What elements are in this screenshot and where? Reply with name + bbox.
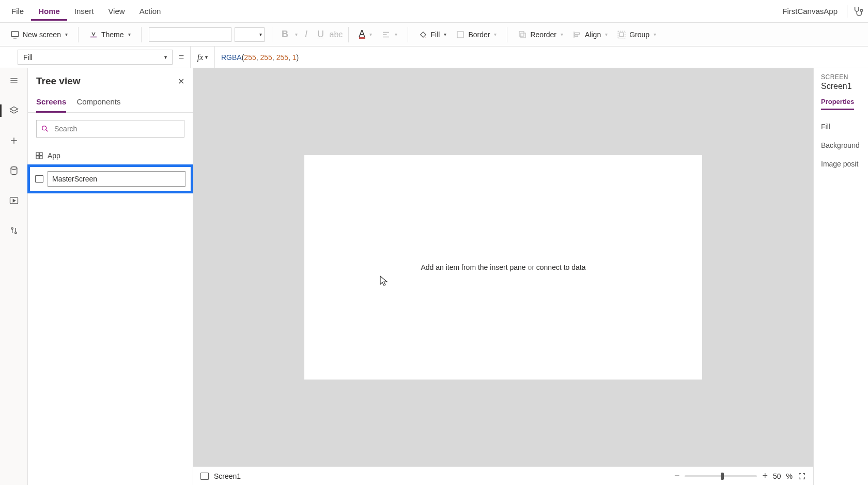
property-select[interactable]: Fill ▾: [18, 50, 173, 65]
svg-rect-14: [36, 153, 39, 155]
formula-fn: RGBA: [221, 53, 242, 62]
reorder-icon: [518, 30, 527, 39]
svg-rect-15: [40, 153, 42, 155]
close-icon[interactable]: ✕: [178, 77, 184, 86]
rail-advanced[interactable]: [4, 222, 24, 239]
rail-insert[interactable]: [4, 132, 24, 149]
canvas-hint-insert-link[interactable]: Add an item from the insert pane: [421, 263, 525, 271]
zoom-thumb[interactable]: [721, 473, 724, 480]
svg-point-11: [11, 228, 13, 229]
underline-button[interactable]: U: [315, 29, 327, 40]
menu-view[interactable]: View: [101, 2, 132, 21]
menu-bar: File Home Insert View Action FirstCanvas…: [0, 0, 868, 23]
divider: [847, 5, 847, 18]
align-icon: [572, 30, 582, 39]
tree-node-screen-selected[interactable]: [27, 164, 193, 193]
svg-point-13: [42, 126, 47, 130]
property-select-value: Fill: [23, 53, 33, 62]
menu-file[interactable]: File: [4, 2, 31, 21]
canvas-area: Add an item from the insert pane or conn…: [193, 68, 813, 485]
bold-button[interactable]: B: [280, 29, 291, 40]
formula-arg: 255: [276, 53, 288, 62]
chevron-down-icon: ▾: [654, 32, 656, 37]
rail-hamburger[interactable]: [4, 72, 24, 89]
font-family-select[interactable]: [149, 27, 231, 42]
new-screen-label: New screen: [23, 31, 61, 39]
formula-input[interactable]: RGBA(255, 255, 255, 1): [215, 47, 868, 68]
svg-rect-5: [575, 33, 580, 34]
chevron-down-icon: ▾: [205, 54, 208, 60]
tab-screens[interactable]: Screens: [36, 94, 66, 113]
zoom-in-button[interactable]: +: [762, 471, 768, 481]
chevron-down-icon: ▾: [164, 54, 167, 60]
properties-object-name: Screen1: [821, 82, 864, 91]
border-label: Border: [468, 31, 490, 39]
italic-button[interactable]: I: [301, 29, 312, 40]
chevron-down-icon: ▾: [259, 32, 262, 37]
rail-media[interactable]: [4, 192, 24, 209]
hamburger-icon: [9, 75, 19, 86]
property-row[interactable]: Fill: [821, 117, 864, 136]
chevron-down-icon: ▾: [561, 32, 563, 37]
border-button[interactable]: Border ▾: [453, 28, 500, 41]
zoom-slider[interactable]: [685, 475, 757, 477]
property-row[interactable]: Background: [821, 136, 864, 155]
svg-rect-7: [618, 31, 625, 38]
formula-arg: 1: [292, 53, 297, 62]
align-button[interactable]: Align ▾: [569, 28, 611, 41]
fill-button[interactable]: Fill ▾: [415, 28, 450, 41]
reorder-button[interactable]: Reorder ▾: [515, 28, 566, 41]
align-label: Align: [585, 31, 601, 39]
group-label: Group: [629, 31, 649, 39]
chevron-down-icon: ▾: [605, 32, 608, 37]
tree-node-app[interactable]: App: [28, 147, 193, 164]
strikethrough-button[interactable]: abc: [330, 30, 341, 39]
svg-rect-4: [521, 33, 525, 38]
svg-point-12: [14, 232, 16, 234]
properties-tab[interactable]: Properties: [821, 98, 854, 110]
zoom-out-button[interactable]: −: [674, 471, 680, 481]
search-icon: [41, 125, 49, 133]
property-row[interactable]: Image posit: [821, 155, 864, 173]
menu-insert[interactable]: Insert: [67, 2, 101, 21]
svg-rect-6: [575, 35, 578, 36]
tree-view-panel: Tree view ✕ Screens Components App: [28, 68, 193, 485]
fx-button[interactable]: fx ▾: [190, 47, 215, 68]
chevron-down-icon: ▾: [395, 32, 397, 37]
screen-canvas[interactable]: Add an item from the insert pane or conn…: [304, 155, 702, 380]
plus-icon: [9, 135, 19, 146]
screen-icon: [35, 175, 43, 183]
fill-label: Fill: [431, 31, 440, 39]
font-size-select[interactable]: ▾: [235, 27, 265, 42]
text-align-button[interactable]: ▾: [378, 28, 400, 41]
fit-to-screen-icon[interactable]: [798, 472, 806, 480]
svg-rect-2: [457, 32, 463, 38]
svg-rect-1: [11, 32, 19, 37]
canvas-hint-data-link[interactable]: connect to data: [536, 263, 586, 271]
menu-action[interactable]: Action: [132, 2, 168, 21]
font-color-button[interactable]: A ▾: [356, 28, 375, 41]
svg-point-0: [860, 9, 862, 11]
paint-bucket-icon: [419, 30, 428, 39]
tree-search[interactable]: [36, 120, 184, 138]
tab-components[interactable]: Components: [76, 94, 120, 112]
canvas-viewport[interactable]: Add an item from the insert pane or conn…: [193, 68, 813, 466]
rail-data[interactable]: [4, 162, 24, 179]
tree-search-input[interactable]: [53, 124, 180, 133]
group-button[interactable]: Group ▾: [614, 28, 659, 41]
rail-tree-view[interactable]: [4, 102, 24, 119]
chevron-down-icon: ▾: [65, 32, 68, 37]
tree-items: App: [28, 145, 193, 485]
theme-button[interactable]: Theme ▾: [86, 28, 134, 41]
screen-rename-input[interactable]: [48, 171, 185, 187]
app-checker-icon[interactable]: [853, 6, 864, 17]
new-screen-button[interactable]: New screen ▾: [7, 28, 71, 41]
formula-arg: 255: [260, 53, 272, 62]
reorder-label: Reorder: [530, 31, 556, 39]
status-screen-name[interactable]: Screen1: [214, 472, 241, 480]
theme-icon: [89, 30, 98, 39]
chevron-down-icon: ▾: [444, 32, 446, 37]
menu-home[interactable]: Home: [31, 2, 67, 21]
status-bar: Screen1 − + 50 %: [193, 466, 813, 485]
align-left-icon: [381, 30, 391, 39]
